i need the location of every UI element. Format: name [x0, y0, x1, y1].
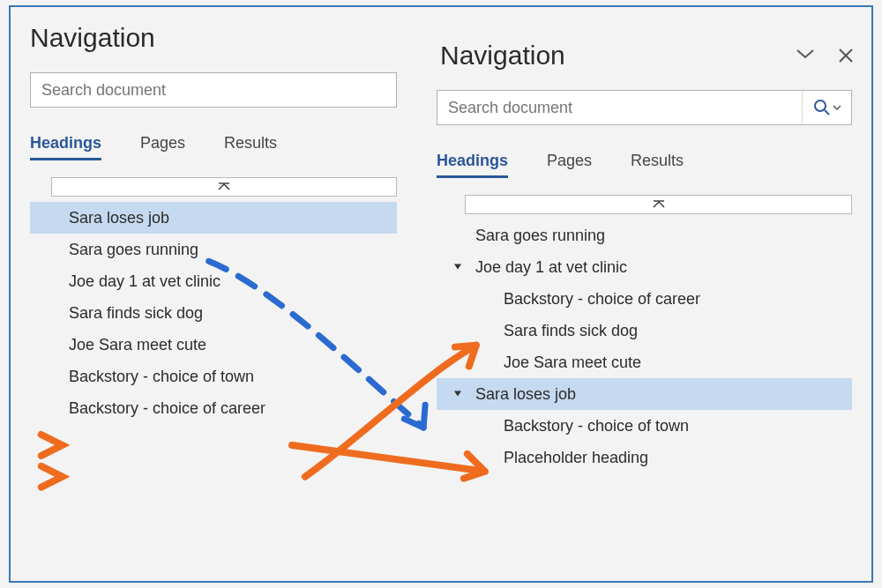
close-pane-button[interactable]: [838, 48, 854, 63]
heading-list: Sara loses job Sara goes running Joe day…: [30, 202, 397, 424]
collapse-up-icon: [218, 182, 230, 191]
triangle-down-icon: [452, 389, 463, 399]
navigation-pane-before: Navigation Headings Pages Results Sara l…: [11, 7, 416, 581]
heading-item[interactable]: Sara loses job: [30, 202, 397, 234]
search-input[interactable]: [437, 91, 802, 124]
heading-label: Backstory - choice of town: [504, 417, 689, 435]
heading-label: Joe Sara meet cute: [504, 354, 641, 372]
heading-item[interactable]: Joe day 1 at vet clinic: [30, 265, 397, 297]
close-icon: [838, 48, 854, 63]
heading-label: Backstory - choice of career: [504, 290, 700, 309]
heading-list: Sara goes running Joe day 1 at vet clini…: [437, 220, 852, 473]
search-field[interactable]: [30, 72, 397, 108]
svg-point-1: [815, 100, 826, 111]
nav-tabs: Headings Pages Results: [30, 134, 397, 161]
chevron-down-icon: [796, 48, 815, 60]
search-input[interactable]: [31, 73, 396, 107]
tab-results[interactable]: Results: [224, 134, 277, 160]
collapse-all-button[interactable]: [465, 195, 852, 214]
heading-item[interactable]: Sara finds sick dog: [437, 315, 852, 346]
collapse-up-icon: [653, 200, 665, 209]
heading-item[interactable]: Sara goes running: [30, 234, 397, 265]
tab-headings[interactable]: Headings: [30, 134, 101, 160]
expand-toggle[interactable]: [452, 385, 463, 404]
heading-item[interactable]: Backstory - choice of town: [30, 361, 397, 392]
heading-label: Joe day 1 at vet clinic: [475, 258, 627, 277]
pane-title: Navigation: [417, 7, 871, 79]
heading-label: Sara goes running: [475, 227, 605, 245]
heading-label: Placeholder heading: [504, 449, 648, 467]
expand-toggle[interactable]: [452, 258, 463, 277]
tab-results[interactable]: Results: [631, 152, 684, 178]
tab-pages[interactable]: Pages: [547, 152, 592, 178]
collapse-all-button[interactable]: [51, 177, 397, 197]
heading-label: Backstory - choice of career: [69, 399, 265, 418]
heading-label: Sara goes running: [69, 241, 198, 259]
heading-item[interactable]: Joe day 1 at vet clinic: [437, 251, 852, 283]
chevron-down-icon: [833, 104, 841, 111]
heading-item[interactable]: Placeholder heading: [437, 442, 852, 473]
pane-window-controls: [796, 48, 854, 63]
heading-item[interactable]: Sara goes running: [437, 220, 852, 251]
tab-pages[interactable]: Pages: [140, 134, 185, 160]
heading-item[interactable]: Joe Sara meet cute: [30, 329, 397, 361]
triangle-down-icon: [452, 262, 463, 272]
collapse-pane-button[interactable]: [796, 48, 815, 63]
navigation-pane-after: Navigation Headings Pages Results: [416, 7, 871, 581]
heading-label: Sara loses job: [475, 385, 576, 404]
heading-item[interactable]: Sara finds sick dog: [30, 297, 397, 329]
search-button[interactable]: [802, 91, 851, 124]
screenshot-frame: Navigation Headings Pages Results Sara l…: [9, 5, 873, 583]
heading-label: Joe Sara meet cute: [69, 336, 206, 354]
search-icon: [813, 99, 831, 116]
heading-label: Sara finds sick dog: [69, 304, 203, 323]
heading-label: Sara finds sick dog: [504, 322, 638, 340]
heading-label: Joe day 1 at vet clinic: [69, 272, 220, 291]
heading-item[interactable]: Sara loses job: [437, 378, 852, 410]
tab-headings[interactable]: Headings: [437, 152, 508, 178]
heading-item[interactable]: Backstory - choice of town: [437, 410, 852, 442]
heading-item[interactable]: Backstory - choice of career: [30, 392, 397, 424]
nav-tabs: Headings Pages Results: [437, 152, 852, 179]
heading-label: Backstory - choice of town: [69, 368, 254, 386]
pane-title: Navigation: [11, 7, 416, 62]
heading-item[interactable]: Backstory - choice of career: [437, 283, 852, 315]
svg-line-2: [825, 110, 829, 115]
search-field[interactable]: [437, 90, 852, 125]
heading-label: Sara loses job: [69, 209, 169, 227]
heading-item[interactable]: Joe Sara meet cute: [437, 346, 852, 378]
